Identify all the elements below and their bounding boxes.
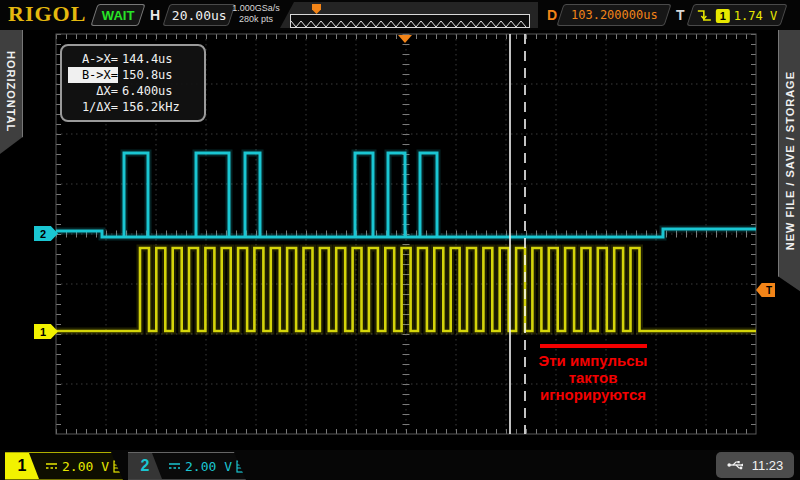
trigger-status-box[interactable]: 1 1.74 V bbox=[686, 4, 787, 26]
dc-coupling-icon bbox=[168, 461, 181, 471]
trigger-level-value: 1.74 V bbox=[734, 8, 777, 22]
annotation-text: Эти импульсы тактов игнорируются bbox=[518, 352, 668, 403]
horizontal-offset-box[interactable]: 103.200000us bbox=[556, 4, 671, 26]
ch2-number-badge: 2 bbox=[128, 453, 162, 479]
right-tab-label: NEW FILE / SAVE / STORAGE bbox=[784, 71, 796, 250]
left-tab-label: HORIZONTAL bbox=[5, 51, 17, 132]
delay-label: D bbox=[547, 7, 557, 23]
bottom-status-bar: 1 2.00 V 2 2.00 V bbox=[0, 450, 800, 480]
top-status-bar: RIGOL WAIT H 20.00us 1.000GSa/s 280k pts… bbox=[0, 0, 800, 30]
cursor-bx-label: B->X= bbox=[68, 67, 118, 83]
ch2-scale-value: 2.00 V bbox=[185, 459, 232, 474]
trigger-source-badge: 1 bbox=[716, 8, 730, 22]
cursor-dx-label: ΔX= bbox=[68, 83, 118, 99]
memory-depth: 280k pts bbox=[230, 14, 282, 25]
memory-waveform-icon bbox=[291, 19, 527, 29]
ch2-marker-label: 2 bbox=[40, 228, 46, 240]
ch1-vernier-icon bbox=[113, 460, 122, 473]
cursor-readout-panel: A->X= 144.4us B->X= 150.8us ΔX= 6.400us … bbox=[60, 44, 206, 122]
annotation-line-1: Эти импульсы bbox=[518, 352, 668, 369]
sample-rate-block: 1.000GSa/s 280k pts bbox=[230, 3, 282, 25]
horizontal-label: H bbox=[150, 7, 160, 23]
tab-horizontal-menu[interactable]: HORIZONTAL bbox=[0, 30, 23, 154]
cursor-dx-value: 6.400us bbox=[122, 83, 173, 99]
cursor-row-dx: ΔX= 6.400us bbox=[68, 83, 198, 99]
timebase-box[interactable]: 20.00us bbox=[162, 4, 235, 26]
cursor-inv-dx-label: 1/ΔX= bbox=[68, 99, 118, 115]
acquisition-status-badge: WAIT bbox=[90, 4, 145, 26]
tab-storage-menu[interactable]: NEW FILE / SAVE / STORAGE bbox=[778, 30, 800, 292]
ch1-scale-value: 2.00 V bbox=[62, 459, 109, 474]
cursor-row-ax: A->X= 144.4us bbox=[68, 51, 198, 67]
cursor-row-bx: B->X= 150.8us bbox=[68, 67, 198, 83]
horizontal-offset-value: 103.200000us bbox=[571, 8, 658, 22]
sample-rate: 1.000GSa/s bbox=[230, 3, 282, 14]
memory-window-box bbox=[290, 14, 530, 28]
clock-box: 11:23 bbox=[716, 452, 794, 478]
timebase-value: 20.00us bbox=[172, 8, 227, 23]
annotation-line-3: игнорируются bbox=[518, 386, 668, 403]
trigger-label: T bbox=[676, 7, 685, 23]
cursor-ax-value: 144.4us bbox=[122, 51, 173, 67]
trigger-position-flag-icon bbox=[312, 4, 321, 14]
cursor-row-inv-dx: 1/ΔX= 156.2kHz bbox=[68, 99, 198, 115]
clock-time: 11:23 bbox=[752, 458, 784, 473]
ch1-number-badge: 1 bbox=[5, 453, 39, 479]
cursor-ax-label: A->X= bbox=[68, 51, 118, 67]
cursor-inv-dx-value: 156.2kHz bbox=[122, 99, 180, 115]
rigol-logo: RIGOL bbox=[8, 1, 86, 27]
acquisition-status: WAIT bbox=[102, 8, 135, 23]
cursor-bx-value: 150.8us bbox=[122, 67, 173, 83]
trigger-marker-label: T bbox=[766, 285, 772, 296]
usb-icon bbox=[727, 459, 747, 471]
annotation-underline bbox=[540, 344, 647, 348]
ch1-marker-label: 1 bbox=[40, 326, 46, 338]
annotation-line-2: тактов bbox=[518, 369, 668, 386]
falling-edge-trigger-icon bbox=[697, 8, 712, 23]
ch1-status-box[interactable]: 1 2.00 V bbox=[5, 452, 123, 480]
ch2-status-box[interactable]: 2 2.00 V bbox=[128, 452, 246, 480]
dc-coupling-icon bbox=[45, 461, 58, 471]
memory-position-indicator[interactable] bbox=[280, 2, 538, 28]
ch2-vernier-icon bbox=[236, 460, 245, 473]
oscilloscope-screen: { "brand": "RIGOL", "top_bar": { "status… bbox=[0, 0, 800, 480]
